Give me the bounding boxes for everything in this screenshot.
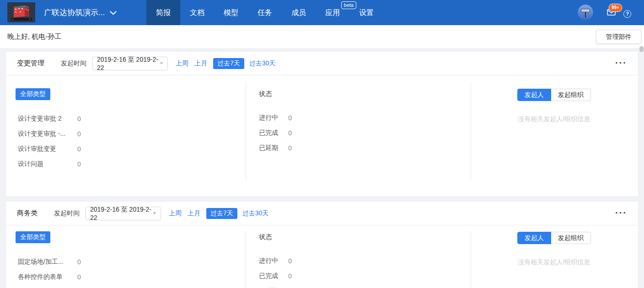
tab-members[interactable]: 成员 bbox=[282, 0, 316, 25]
card-body: 全部类型 设计变更审批 2 0 设计变更审批 -... 0 设计审批变更 0 设… bbox=[6, 75, 638, 197]
status-row: 已完成 0 bbox=[259, 268, 470, 283]
type-row: 设计变更审批 -... 0 bbox=[18, 126, 245, 141]
all-types-button[interactable]: 全部类型 bbox=[16, 88, 50, 100]
last-week-link[interactable]: 上周 bbox=[176, 59, 188, 68]
initiator-org-tab[interactable]: 发起组织 bbox=[551, 89, 591, 101]
date-range-value: 2019-2-16 至 2019-2-22 bbox=[90, 206, 153, 221]
status-row: 已完成 0 bbox=[259, 125, 470, 140]
initiator-column: 发起人 发起组织 没有相关发起人/组织信息 bbox=[470, 88, 638, 197]
status-row: 进行中 0 bbox=[259, 110, 470, 125]
past-7-days-button[interactable]: 过去7天 bbox=[213, 58, 244, 69]
empty-state-message: 没有相关发起人/组织信息 bbox=[518, 115, 590, 123]
types-column: 全部类型 设计变更审批 2 0 设计变更审批 -... 0 设计审批变更 0 设… bbox=[6, 88, 245, 197]
types-column: 全部类型 固定场地/加工... 0 各种控件的表单 0 进度报量 0 bbox=[6, 231, 245, 288]
status-row: 已延期 0 bbox=[259, 140, 470, 155]
user-avatar[interactable] bbox=[578, 5, 593, 20]
column-divider bbox=[246, 82, 246, 180]
tab-documents[interactable]: 文档 bbox=[180, 0, 214, 25]
greeting-bar: 晚上好, 机电-孙工 管理部件 bbox=[0, 25, 644, 48]
greeting-message: 晚上好, 机电-孙工 bbox=[0, 25, 644, 48]
card-body: 全部类型 固定场地/加工... 0 各种控件的表单 0 进度报量 0 状态 bbox=[6, 225, 638, 288]
caret-down-icon: ▼ bbox=[159, 61, 164, 65]
type-row: 设计审批变更 0 bbox=[18, 141, 245, 156]
project-name: 广联达协筑演示... bbox=[44, 7, 105, 18]
column-divider bbox=[471, 82, 471, 180]
type-row: 设计问题 0 bbox=[18, 156, 245, 171]
past-30-days-link[interactable]: 过去30天 bbox=[249, 59, 276, 68]
card-title: 商务类 bbox=[17, 209, 38, 218]
card-change-management: 变更管理 发起时间 2019-2-16 至 2019-2-22 ▼ 上周 上月 … bbox=[5, 51, 639, 197]
tab-models[interactable]: 模型 bbox=[214, 0, 248, 25]
top-navbar: 广联达协筑演示... 简报 文档 模型 任务 成员 应用 beta 设置 bbox=[0, 0, 644, 25]
tab-settings[interactable]: 设置 bbox=[349, 0, 383, 25]
vertical-scrollbar-thumb[interactable] bbox=[639, 46, 644, 52]
date-range-select[interactable]: 2019-2-16 至 2019-2-22 ▼ bbox=[86, 207, 161, 220]
status-column: 状态 进行中 0 已完成 0 已延期 0 bbox=[245, 231, 470, 288]
manage-widgets-button[interactable]: 管理部件 bbox=[596, 30, 641, 44]
help-icon[interactable]: ? bbox=[623, 10, 631, 18]
main-nav-tabs: 简报 文档 模型 任务 成员 应用 beta 设置 bbox=[146, 0, 383, 25]
tab-briefing[interactable]: 简报 bbox=[146, 0, 180, 25]
initiator-person-tab[interactable]: 发起人 bbox=[517, 232, 551, 244]
past-30-days-link[interactable]: 过去30天 bbox=[242, 209, 269, 218]
filter-label: 发起时间 bbox=[61, 59, 86, 68]
card-business: 商务类 发起时间 2019-2-16 至 2019-2-22 ▼ 上周 上月 过… bbox=[5, 201, 639, 288]
chevron-down-icon bbox=[110, 9, 117, 17]
type-row: 设计变更审批 2 0 bbox=[18, 111, 245, 126]
notifications-button[interactable]: 99+ bbox=[607, 9, 616, 17]
last-month-link[interactable]: 上月 bbox=[194, 59, 207, 68]
project-switcher[interactable]: 广联达协筑演示... bbox=[44, 0, 117, 25]
last-month-link[interactable]: 上月 bbox=[188, 209, 200, 218]
all-types-button[interactable]: 全部类型 bbox=[16, 231, 50, 243]
initiator-toggle: 发起人 发起组织 bbox=[517, 89, 591, 101]
status-header: 状态 bbox=[259, 233, 470, 241]
more-options-button[interactable]: ··· bbox=[615, 58, 627, 67]
column-divider bbox=[471, 232, 471, 288]
tab-apps[interactable]: 应用 beta bbox=[316, 0, 349, 25]
caret-down-icon: ▼ bbox=[152, 211, 157, 215]
more-options-button[interactable]: ··· bbox=[615, 208, 627, 217]
initiator-toggle: 发起人 发起组织 bbox=[517, 232, 591, 244]
building-logo-icon bbox=[7, 2, 35, 22]
date-range-value: 2019-2-16 至 2019-2-22 bbox=[97, 56, 160, 71]
empty-state-message: 没有相关发起人/组织信息 bbox=[518, 258, 590, 267]
status-row: 进行中 0 bbox=[259, 253, 470, 268]
status-column: 状态 进行中 0 已完成 0 已延期 0 bbox=[245, 88, 470, 197]
date-range-select[interactable]: 2019-2-16 至 2019-2-22 ▼ bbox=[92, 57, 168, 70]
type-row: 固定场地/加工... 0 bbox=[18, 254, 245, 269]
past-7-days-button[interactable]: 过去7天 bbox=[206, 208, 237, 219]
initiator-person-tab[interactable]: 发起人 bbox=[517, 89, 551, 101]
initiator-org-tab[interactable]: 发起组织 bbox=[551, 232, 591, 244]
card-title: 变更管理 bbox=[17, 59, 44, 68]
last-week-link[interactable]: 上周 bbox=[169, 209, 182, 218]
card-header: 商务类 发起时间 2019-2-16 至 2019-2-22 ▼ 上周 上月 过… bbox=[6, 202, 638, 225]
type-row: 各种控件的表单 0 bbox=[18, 269, 245, 284]
status-row: 已延期 0 bbox=[259, 283, 470, 288]
notification-count-badge: 99+ bbox=[609, 4, 622, 12]
project-logo-thumbnail bbox=[7, 2, 35, 22]
card-header: 变更管理 发起时间 2019-2-16 至 2019-2-22 ▼ 上周 上月 … bbox=[6, 52, 638, 75]
initiator-column: 发起人 发起组织 没有相关发起人/组织信息 bbox=[470, 231, 638, 288]
type-row: 进度报量 0 bbox=[18, 284, 245, 288]
tab-tasks[interactable]: 任务 bbox=[248, 0, 282, 25]
filter-label: 发起时间 bbox=[54, 209, 80, 218]
column-divider bbox=[246, 232, 246, 288]
status-header: 状态 bbox=[259, 90, 470, 98]
